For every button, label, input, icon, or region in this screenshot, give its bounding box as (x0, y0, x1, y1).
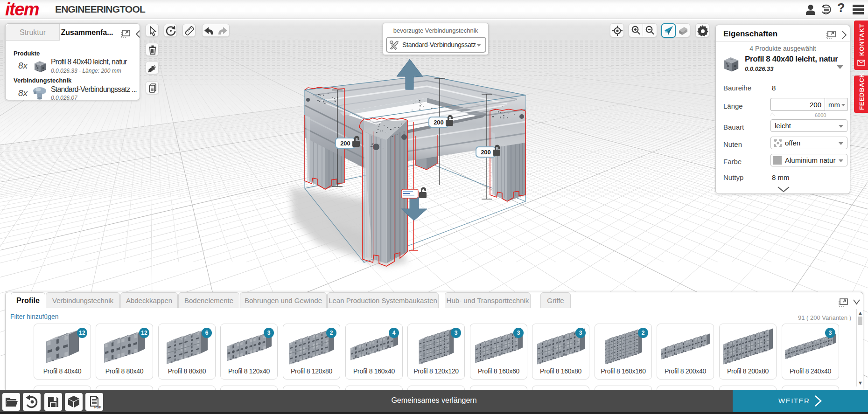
svg-text:200: 200 (434, 119, 444, 126)
svg-text:PDF: PDF (94, 405, 101, 409)
svg-text:200: 200 (481, 149, 491, 156)
svg-text:200: 200 (340, 140, 350, 147)
